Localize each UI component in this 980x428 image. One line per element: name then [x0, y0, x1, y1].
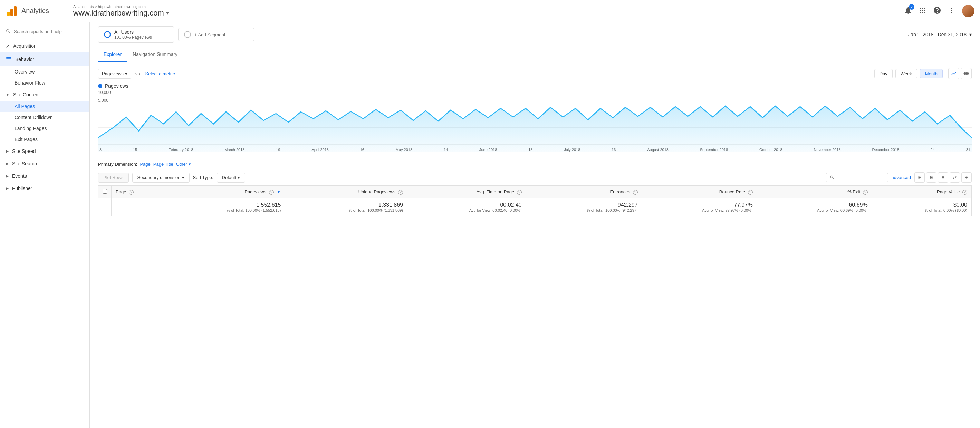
list-view-button[interactable]: ≡ — [938, 172, 948, 182]
entrances-help-icon[interactable]: ? — [633, 190, 638, 195]
entrances-column-header[interactable]: Entrances ? — [526, 186, 642, 198]
secondary-dimension-dropdown[interactable]: Secondary dimension ▾ — [132, 173, 189, 182]
site-dropdown-icon[interactable]: ▾ — [166, 10, 169, 16]
select-metric-link[interactable]: Select a metric — [145, 71, 175, 76]
notif-count: 2 — [909, 4, 915, 10]
app-title: Analytics — [21, 7, 49, 15]
site-search-collapse-icon: ▶ — [6, 161, 9, 166]
week-button[interactable]: Week — [896, 69, 917, 78]
sidebar-subitem-landing-pages[interactable]: Landing Pages — [0, 123, 89, 134]
top-header: Analytics All accounts > https://idrathe… — [0, 0, 980, 22]
content-area: All Users 100.00% Pageviews + Add Segmen… — [90, 22, 980, 428]
more-button[interactable] — [948, 6, 956, 16]
other-dim-dropdown[interactable]: Other ▾ — [176, 162, 191, 167]
select-all-checkbox[interactable] — [103, 189, 107, 193]
unique-pageviews-column-header[interactable]: Unique Pageviews ? — [285, 186, 407, 198]
breadcrumb: All accounts > https://idratherbewriting… — [73, 5, 169, 9]
logo-area: Analytics — [6, 5, 68, 17]
search-icon — [6, 28, 11, 35]
chart-controls: Pageviews ▾ vs. Select a metric Day Week… — [98, 68, 972, 79]
bounce-rate-help-icon[interactable]: ? — [748, 190, 753, 195]
date-range-label: Jan 1, 2018 - Dec 31, 2018 — [908, 32, 967, 37]
total-unique-pv: 1,331,869 — [290, 202, 403, 208]
time-buttons: Day Week Month — [874, 68, 972, 79]
total-pct-exit-sub: Avg for View: 60.69% (0.00%) — [761, 208, 868, 212]
page-help-icon[interactable]: ? — [129, 190, 134, 195]
sidebar-item-site-content[interactable]: ▼ Site Content — [0, 88, 89, 101]
pct-exit-help-icon[interactable]: ? — [863, 190, 868, 195]
pct-exit-column-header[interactable]: % Exit ? — [757, 186, 872, 198]
bounce-rate-column-header[interactable]: Bounce Rate ? — [642, 186, 757, 198]
page-column-header[interactable]: Page ? — [111, 186, 163, 198]
sidebar-item-behavior[interactable]: Behavior — [0, 52, 89, 66]
apps-button[interactable] — [918, 6, 927, 16]
data-table: Page ? Pageviews ? ▼ Unique Pageviews ? — [98, 185, 972, 216]
add-circle-icon — [184, 31, 191, 38]
grid-view-button[interactable]: ⊞ — [915, 172, 925, 182]
total-avg-time: 00:02:40 — [412, 202, 522, 208]
sidebar-item-events[interactable]: ▶ Events — [0, 170, 89, 182]
sidebar-subitem-behavior-flow[interactable]: Behavior Flow — [0, 77, 89, 88]
segment-name: All Users — [114, 29, 152, 35]
sort-type-label: Sort Type: — [193, 175, 213, 180]
compare-view-button[interactable]: ⇄ — [950, 172, 960, 182]
sidebar-subitem-overview[interactable]: Overview — [0, 66, 89, 77]
day-button[interactable]: Day — [874, 69, 892, 78]
sidebar-item-site-search[interactable]: ▶ Site Search — [0, 157, 89, 170]
totals-row: 1,552,615 % of Total: 100.00% (1,552,615… — [99, 198, 972, 216]
filter-input[interactable] — [836, 175, 885, 180]
sidebar-item-acquisition[interactable]: ↗ Acquisition — [0, 40, 89, 52]
page-title-dim-link[interactable]: Page Title — [153, 162, 173, 167]
date-range-picker[interactable]: Jan 1, 2018 - Dec 31, 2018 ▾ — [908, 32, 972, 37]
site-name[interactable]: www.idratherbewriting.com ▾ — [73, 9, 169, 17]
line-chart-button[interactable] — [948, 68, 959, 79]
bar-chart-button[interactable] — [961, 68, 972, 79]
pageviews-sort-icon[interactable]: ▼ — [276, 189, 281, 194]
sidebar-item-site-speed[interactable]: ▶ Site Speed — [0, 145, 89, 157]
sidebar-subitem-exit-pages[interactable]: Exit Pages — [0, 134, 89, 145]
total-entrances: 942,297 — [530, 202, 638, 208]
advanced-link[interactable]: advanced — [892, 175, 911, 180]
svg-rect-0 — [7, 12, 10, 16]
plot-rows-button: Plot Rows — [98, 173, 129, 182]
search-filter[interactable] — [826, 173, 888, 182]
page-value-column-header[interactable]: Page Value ? — [872, 186, 971, 198]
sidebar-subitem-all-pages[interactable]: All Pages — [0, 101, 89, 112]
sidebar: ↗ Acquisition Behavior Overview Behavior… — [0, 22, 90, 428]
avg-time-column-header[interactable]: Avg. Time on Page ? — [407, 186, 526, 198]
tab-navigation-summary[interactable]: Navigation Summary — [127, 47, 183, 62]
pageviews-column-header[interactable]: Pageviews ? ▼ — [163, 186, 285, 198]
avg-time-help-icon[interactable]: ? — [517, 190, 522, 195]
tabs-bar: Explorer Navigation Summary — [90, 47, 980, 62]
avatar[interactable] — [962, 5, 974, 17]
total-pageviews-sub: % of Total: 100.00% (1,552,615) — [167, 208, 281, 212]
tab-explorer[interactable]: Explorer — [98, 47, 127, 62]
notifications-button[interactable]: 2 — [904, 6, 912, 16]
search-input[interactable] — [14, 29, 84, 34]
total-pct-exit: 60.69% — [761, 202, 868, 208]
sidebar-item-publisher[interactable]: ▶ Publisher — [0, 182, 89, 195]
month-button[interactable]: Month — [920, 69, 943, 78]
pageviews-help-icon[interactable]: ? — [269, 190, 274, 195]
help-button[interactable] — [933, 6, 941, 16]
table-wrapper: Page ? Pageviews ? ▼ Unique Pageviews ? — [90, 185, 980, 224]
metric-dropdown[interactable]: Pageviews ▾ — [98, 69, 131, 79]
page-dim-link[interactable]: Page — [140, 162, 150, 167]
sort-type-dropdown[interactable]: Default ▾ — [217, 173, 245, 182]
y-axis-10000: 10,000 — [98, 90, 972, 95]
add-segment-button[interactable]: + Add Segment — [178, 28, 254, 41]
metric-dropdown-icon: ▾ — [125, 71, 127, 76]
add-button[interactable]: ⊕ — [926, 172, 937, 182]
table-controls: Plot Rows Secondary dimension ▾ Sort Typ… — [90, 170, 980, 185]
unique-pv-help-icon[interactable]: ? — [398, 190, 403, 195]
search-box[interactable] — [0, 25, 89, 38]
pivot-view-button[interactable]: ⊞ — [961, 172, 972, 182]
breadcrumb-area: All accounts > https://idratherbewriting… — [73, 5, 169, 17]
sidebar-subitem-content-drilldown[interactable]: Content Drilldown — [0, 112, 89, 123]
total-unique-pv-sub: % of Total: 100.00% (1,331,869) — [290, 208, 403, 212]
page-value-help-icon[interactable]: ? — [963, 190, 967, 195]
total-entrances-sub: % of Total: 100.00% (942,297) — [530, 208, 638, 212]
svg-rect-2 — [14, 6, 17, 16]
sort-type-arrow: ▾ — [237, 175, 240, 180]
site-speed-collapse-icon: ▶ — [6, 149, 9, 154]
